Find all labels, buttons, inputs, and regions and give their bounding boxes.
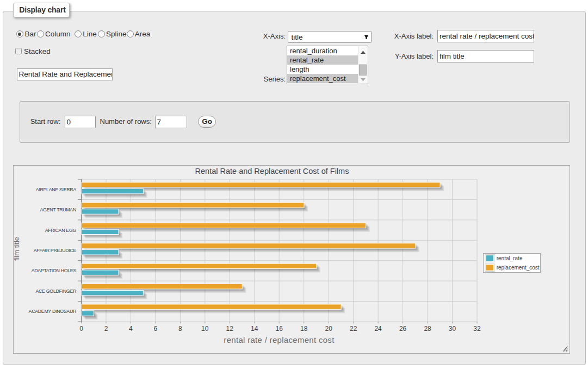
svg-text:film title: film title	[14, 237, 21, 261]
svg-text:22: 22	[350, 325, 357, 333]
svg-text:10: 10	[201, 325, 209, 333]
svg-text:30: 30	[449, 325, 456, 333]
svg-text:4: 4	[129, 325, 133, 333]
svg-text:24: 24	[374, 325, 382, 333]
svg-text:ACADEMY DINOSAUR: ACADEMY DINOSAUR	[29, 309, 76, 314]
svg-text:28: 28	[424, 325, 431, 333]
svg-text:12: 12	[226, 325, 234, 333]
svg-text:rental_rate: rental_rate	[497, 255, 523, 261]
svg-text:18: 18	[300, 325, 308, 333]
svg-text:Rental Rate and Replacement Co: Rental Rate and Replacement Cost of Film…	[195, 167, 349, 175]
svg-text:AGENT TRUMAN: AGENT TRUMAN	[40, 207, 76, 212]
svg-text:20: 20	[325, 325, 333, 333]
svg-text:6: 6	[154, 325, 158, 333]
svg-text:16: 16	[276, 325, 283, 333]
svg-text:26: 26	[399, 325, 407, 333]
svg-text:ADAPTATION HOLES: ADAPTATION HOLES	[32, 268, 77, 273]
svg-text:14: 14	[251, 325, 258, 333]
svg-text:0: 0	[79, 325, 83, 333]
svg-text:rental rate / replacement cost: rental rate / replacement cost	[224, 335, 335, 344]
svg-text:32: 32	[473, 325, 481, 333]
svg-text:ACE GOLDFINGER: ACE GOLDFINGER	[36, 289, 77, 294]
svg-text:replacement_cost: replacement_cost	[497, 265, 540, 271]
svg-text:AFRICAN EGG: AFRICAN EGG	[45, 228, 77, 233]
svg-text:AIRPLANE SIERRA: AIRPLANE SIERRA	[36, 187, 77, 192]
svg-text:2: 2	[104, 325, 108, 333]
svg-text:AFFAIR PREJUDICE: AFFAIR PREJUDICE	[34, 248, 77, 253]
svg-text:8: 8	[178, 325, 182, 333]
